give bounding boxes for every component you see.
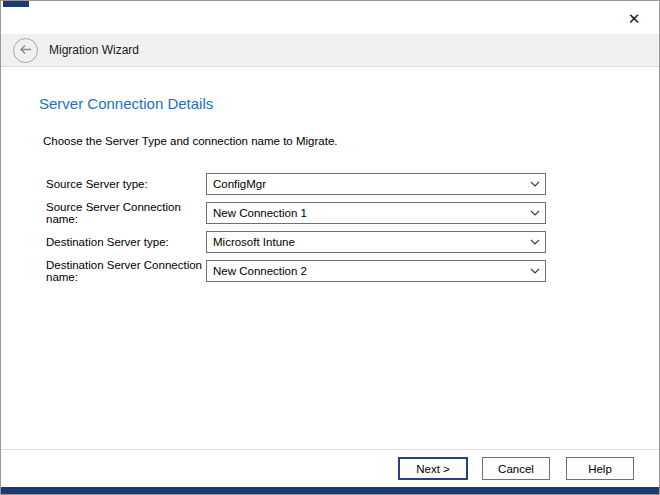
field-row-source-server-type: Source Server type: ConfigMgr xyxy=(1,173,659,195)
source-server-type-label: Source Server type: xyxy=(1,178,206,190)
close-icon[interactable]: ✕ xyxy=(619,6,649,32)
bottom-border-bar xyxy=(1,487,659,494)
chevron-down-icon xyxy=(525,261,545,281)
instruction-text: Choose the Server Type and connection na… xyxy=(43,135,659,147)
chevron-down-icon xyxy=(525,203,545,223)
field-row-source-connection-name: Source Server Connection name: New Conne… xyxy=(1,202,659,224)
next-button[interactable]: Next > xyxy=(398,457,468,480)
destination-connection-name-dropdown[interactable]: New Connection 2 xyxy=(206,260,546,282)
destination-server-type-value: Microsoft Intune xyxy=(213,236,525,248)
chevron-down-icon xyxy=(525,232,545,252)
field-row-destination-server-type: Destination Server type: Microsoft Intun… xyxy=(1,231,659,253)
source-connection-name-dropdown[interactable]: New Connection 1 xyxy=(206,202,546,224)
migration-wizard-window: ✕ Migration Wizard Server Connection Det… xyxy=(0,0,660,495)
wizard-content: Server Connection Details Choose the Ser… xyxy=(1,68,659,289)
wizard-title: Migration Wizard xyxy=(49,43,139,57)
source-server-type-value: ConfigMgr xyxy=(213,178,525,190)
destination-connection-name-value: New Connection 2 xyxy=(213,265,525,277)
source-connection-name-label: Source Server Connection name: xyxy=(1,201,206,225)
source-connection-name-value: New Connection 1 xyxy=(213,207,525,219)
field-row-destination-connection-name: Destination Server Connection name: New … xyxy=(1,260,659,282)
cancel-button[interactable]: Cancel xyxy=(482,457,550,480)
back-button[interactable] xyxy=(13,38,38,63)
destination-connection-name-label: Destination Server Connection name: xyxy=(1,259,206,283)
help-button[interactable]: Help xyxy=(566,457,634,480)
titlebar-fragment xyxy=(3,1,29,7)
back-arrow-icon xyxy=(19,41,32,59)
destination-server-type-dropdown[interactable]: Microsoft Intune xyxy=(206,231,546,253)
wizard-header: Migration Wizard xyxy=(1,34,659,67)
destination-server-type-label: Destination Server type: xyxy=(1,236,206,248)
page-title: Server Connection Details xyxy=(39,95,659,112)
chevron-down-icon xyxy=(525,174,545,194)
source-server-type-dropdown[interactable]: ConfigMgr xyxy=(206,173,546,195)
wizard-footer: Next > Cancel Help xyxy=(1,449,659,487)
field-list: Source Server type: ConfigMgr Source Ser… xyxy=(1,173,659,282)
